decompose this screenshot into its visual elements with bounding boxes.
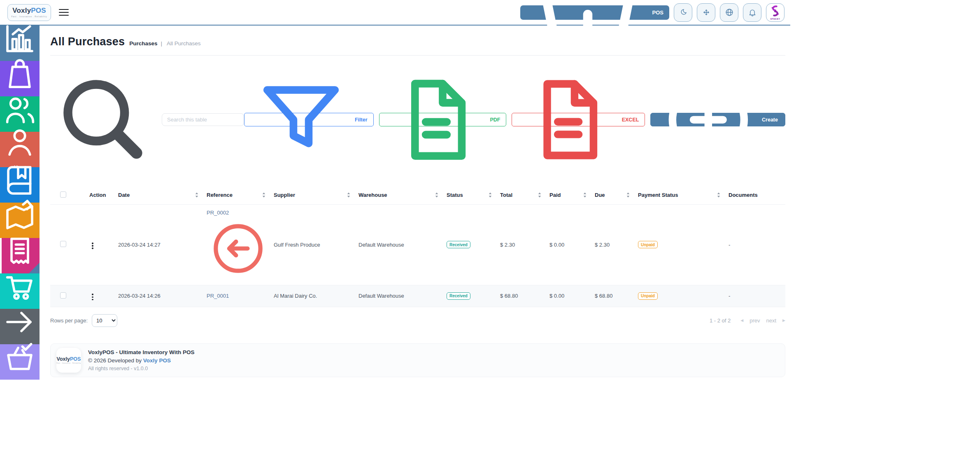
column-header-documents: Documents bbox=[729, 188, 785, 205]
column-header-payment-status[interactable]: Payment Status bbox=[638, 188, 729, 205]
pos-button[interactable]: POS bbox=[520, 5, 669, 20]
excel-export-button[interactable]: EXCEL bbox=[512, 113, 645, 126]
column-header-status[interactable]: Status bbox=[447, 188, 500, 205]
payment-status-badge: Unpaid bbox=[638, 241, 658, 248]
cell-total: $ 2.30 bbox=[500, 204, 549, 285]
pdf-export-button[interactable]: PDF bbox=[379, 113, 507, 126]
footer-line2: © 2026 Developed by Voxly POS bbox=[88, 357, 194, 364]
menu-toggle-button[interactable] bbox=[59, 9, 69, 16]
globe-icon bbox=[725, 8, 734, 17]
cell-action bbox=[89, 285, 118, 307]
status-badge: Received bbox=[447, 241, 470, 248]
search-input[interactable] bbox=[162, 113, 244, 126]
arrow-right-icon bbox=[0, 302, 40, 342]
footer-line3: All rights reserved - v1.0.0 bbox=[88, 366, 194, 371]
cell-date: 2026-03-24 14:26 bbox=[118, 285, 207, 307]
stocky-logo-icon bbox=[769, 5, 782, 17]
reference-link[interactable]: PR_0001 bbox=[207, 293, 229, 299]
column-label: Date bbox=[118, 192, 130, 198]
column-header-warehouse[interactable]: Warehouse bbox=[358, 188, 447, 205]
file-icon bbox=[385, 69, 487, 171]
row-checkbox[interactable] bbox=[60, 292, 66, 299]
book-icon bbox=[0, 161, 40, 200]
column-label: Action bbox=[89, 192, 106, 198]
rows-per-page-select[interactable]: 10 bbox=[92, 314, 117, 327]
sort-icon[interactable] bbox=[583, 192, 587, 198]
create-button[interactable]: Create bbox=[650, 113, 785, 126]
next-page-button[interactable]: next bbox=[766, 317, 777, 324]
cell-select bbox=[50, 285, 89, 307]
sort-icon[interactable] bbox=[347, 192, 350, 198]
column-header-due[interactable]: Due bbox=[595, 188, 638, 205]
cell-warehouse: Default Warehouse bbox=[358, 285, 447, 307]
row-actions-button[interactable] bbox=[89, 241, 96, 251]
cell-due: $ 2.30 bbox=[595, 204, 638, 285]
sort-icon[interactable] bbox=[435, 192, 438, 198]
column-header-reference[interactable]: Reference bbox=[207, 188, 274, 205]
breadcrumb-separator: | bbox=[161, 40, 162, 47]
language-button[interactable] bbox=[720, 3, 738, 22]
expand-icon bbox=[702, 8, 711, 17]
bar-chart-icon bbox=[0, 19, 40, 58]
top-bar: VoxlyPOS Fast . Innovative . Reliability… bbox=[0, 0, 790, 26]
column-label: Documents bbox=[729, 192, 758, 198]
row-actions-button[interactable] bbox=[89, 292, 96, 302]
profile-button[interactable]: STOCKY bbox=[766, 3, 784, 22]
cell-warehouse: Default Warehouse bbox=[358, 204, 447, 285]
column-label: Total bbox=[500, 192, 512, 198]
pager: 1 - 2 of 2 ◀ prev next ▶ bbox=[710, 317, 785, 324]
table-toolbar: Filter PDF EXCEL Create bbox=[50, 67, 785, 173]
column-label: Payment Status bbox=[638, 192, 678, 198]
column-label: Warehouse bbox=[358, 192, 387, 198]
sort-icon[interactable] bbox=[538, 192, 541, 198]
user-icon bbox=[0, 122, 40, 162]
column-header-date[interactable]: Date bbox=[118, 188, 207, 205]
column-header-supplier[interactable]: Supplier bbox=[274, 188, 358, 205]
cell-documents: - bbox=[729, 204, 785, 285]
filter-button[interactable]: Filter bbox=[244, 113, 374, 126]
sort-icon[interactable] bbox=[262, 192, 265, 198]
column-label: Due bbox=[595, 192, 605, 198]
cart-icon bbox=[0, 267, 40, 306]
reference-link[interactable]: PR_0002 bbox=[207, 210, 229, 216]
prev-page-button[interactable]: prev bbox=[750, 317, 760, 324]
cell-reference: PR_0001 bbox=[207, 285, 274, 307]
file-icon bbox=[518, 69, 619, 170]
sort-icon[interactable] bbox=[717, 192, 720, 198]
footer-text: VoxlyPOS - Ultimate Inventory With POS ©… bbox=[88, 349, 194, 371]
cell-status: Received bbox=[447, 204, 500, 285]
page-range-label: 1 - 2 of 2 bbox=[710, 317, 731, 324]
select-all-checkbox[interactable] bbox=[60, 191, 66, 198]
pagination-bar: Rows per page: 10 1 - 2 of 2 ◀ prev next… bbox=[50, 314, 785, 327]
page-header: All Purchases Purchases | All Purchases bbox=[50, 35, 785, 48]
next-arrow-icon[interactable]: ▶ bbox=[782, 318, 785, 322]
table-row: 2026-03-24 14:27PR_0002Gulf Fresh Produc… bbox=[50, 204, 785, 285]
notifications-button[interactable] bbox=[743, 3, 761, 22]
cell-select bbox=[50, 204, 89, 285]
basket-check-icon bbox=[0, 338, 40, 377]
column-header-total[interactable]: Total bbox=[500, 188, 549, 205]
sort-icon[interactable] bbox=[195, 192, 198, 198]
row-checkbox[interactable] bbox=[60, 241, 66, 247]
fullscreen-button[interactable] bbox=[697, 3, 715, 22]
sort-icon[interactable] bbox=[489, 192, 492, 198]
return-indicator-icon bbox=[207, 217, 270, 280]
table-header-row: ActionDateReferenceSupplierWarehouseStat… bbox=[50, 188, 785, 205]
column-header-action: Action bbox=[89, 188, 118, 205]
funnel-icon bbox=[250, 69, 352, 170]
cell-documents: - bbox=[729, 285, 785, 307]
shopping-bag-icon bbox=[0, 54, 40, 94]
table-row: 2026-03-24 14:26PR_0001Al Marai Dairy Co… bbox=[50, 285, 785, 307]
sort-icon[interactable] bbox=[626, 192, 630, 198]
header-divider bbox=[50, 55, 785, 56]
brand-logo[interactable]: VoxlyPOS Fast . Innovative . Reliability bbox=[7, 4, 51, 21]
prev-arrow-icon[interactable]: ◀ bbox=[740, 318, 743, 322]
dark-mode-button[interactable] bbox=[674, 3, 692, 22]
developer-link[interactable]: Voxly POS bbox=[143, 357, 171, 364]
column-header-paid[interactable]: Paid bbox=[549, 188, 595, 205]
payment-status-badge: Unpaid bbox=[638, 292, 658, 300]
sidebar-item-quotations[interactable]: Quotations bbox=[0, 344, 40, 380]
page-title: All Purchases bbox=[50, 35, 125, 48]
cell-supplier: Al Marai Dairy Co. bbox=[274, 285, 358, 307]
breadcrumb-section[interactable]: Purchases bbox=[129, 40, 157, 47]
